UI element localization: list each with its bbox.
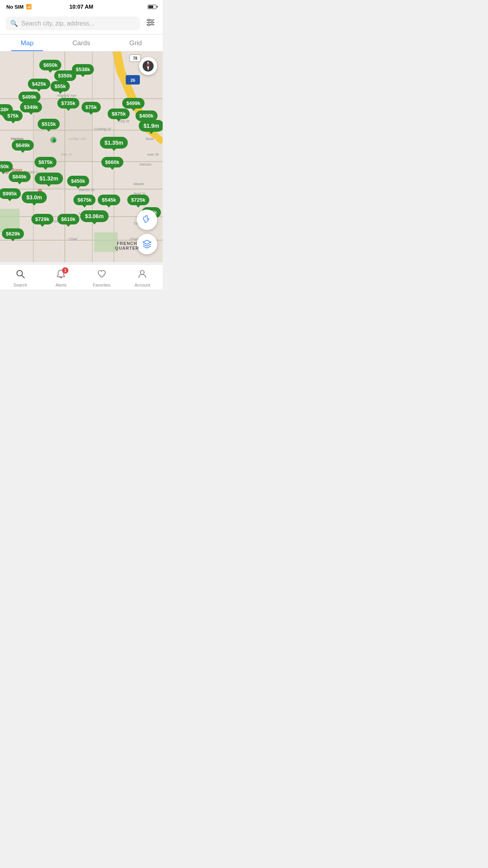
price-bubble-p14[interactable]: $649k xyxy=(12,140,34,151)
alerts-nav-label: Alerts xyxy=(55,283,66,287)
tab-grid[interactable]: Grid xyxy=(108,35,163,51)
battery-fill xyxy=(149,6,153,8)
layers-button[interactable] xyxy=(137,234,157,254)
price-bubble-p18[interactable]: $1.32m xyxy=(35,173,62,184)
battery-icon xyxy=(148,5,156,9)
price-bubble-p30[interactable]: $75k xyxy=(4,110,23,121)
price-bubble-p16[interactable]: $660k xyxy=(101,157,123,167)
price-bubble-p22[interactable]: $675k xyxy=(73,195,95,205)
price-bubble-p5[interactable]: $499k xyxy=(18,92,40,102)
price-bubble-p10[interactable]: $875k xyxy=(108,108,130,119)
price-bubble-p3[interactable]: $350k xyxy=(54,70,76,81)
nav-alerts[interactable]: 1 Alerts xyxy=(41,267,82,287)
alerts-nav-icon: 1 xyxy=(56,269,66,281)
price-bubble-p28[interactable]: $629k xyxy=(2,228,24,239)
account-nav-label: Account xyxy=(134,283,150,287)
alerts-badge: 1 xyxy=(62,267,68,274)
carrier-text: No SIM xyxy=(6,4,24,10)
favorites-nav-label: Favorites xyxy=(93,283,110,287)
price-bubble-p1[interactable]: $650k xyxy=(39,60,61,70)
search-bar: 🔍 Search city, zip, address... xyxy=(0,13,163,35)
search-nav-label: Search xyxy=(13,283,27,287)
tab-map[interactable]: Map xyxy=(0,35,54,51)
svg-text:N: N xyxy=(147,61,149,64)
price-bubble-p17[interactable]: $849k xyxy=(9,171,31,182)
status-bar: No SIM 📶 10:07 AM xyxy=(0,0,163,13)
price-bubble-p21[interactable]: $3.0m xyxy=(22,191,47,203)
svg-text:Warren St: Warren St xyxy=(79,188,95,192)
touch-mode-button[interactable] xyxy=(137,210,157,230)
nav-account[interactable]: Account xyxy=(122,267,163,287)
price-bubble-p13[interactable]: $1.35m xyxy=(100,137,128,149)
view-tabs: Map Cards Grid xyxy=(0,35,163,51)
district-label: FRENCHQUARTER xyxy=(115,241,139,250)
price-bubble-p4[interactable]: $425k xyxy=(28,79,50,89)
bottom-navigation: Search 1 Alerts Favorites Account xyxy=(0,264,163,289)
nav-search[interactable]: Search xyxy=(0,267,41,287)
search-input-container[interactable]: 🔍 Search city, zip, address... xyxy=(6,17,140,30)
search-placeholder: Search city, zip, address... xyxy=(21,20,94,27)
tab-cards[interactable]: Cards xyxy=(54,35,108,51)
price-bubble-p32[interactable]: $55k xyxy=(51,81,70,92)
svg-rect-42 xyxy=(94,232,118,252)
wifi-icon: 📶 xyxy=(26,4,32,9)
svg-text:Stuar: Stuar xyxy=(145,137,154,141)
nav-favorites[interactable]: Favorites xyxy=(81,267,122,287)
price-bubble-p33[interactable]: $50k xyxy=(0,161,13,172)
svg-text:Meetin: Meetin xyxy=(134,182,144,186)
status-left: No SIM 📶 xyxy=(6,4,32,10)
svg-point-62 xyxy=(140,270,144,274)
price-bubble-p9[interactable]: $499k xyxy=(122,98,144,108)
svg-text:78: 78 xyxy=(133,56,138,61)
price-bubble-p19[interactable]: $450k xyxy=(67,176,89,186)
svg-text:over St: over St xyxy=(147,153,159,156)
svg-point-5 xyxy=(148,24,150,26)
svg-text:Hagood Ave: Hagood Ave xyxy=(57,94,76,97)
price-bubble-p6[interactable]: $349k xyxy=(20,102,42,112)
search-icon: 🔍 xyxy=(10,20,18,27)
price-bubble-p27[interactable]: $3.06m xyxy=(80,210,108,222)
svg-point-3 xyxy=(148,19,150,21)
svg-line-61 xyxy=(22,276,24,278)
price-bubble-p24[interactable]: $725k xyxy=(127,195,149,205)
svg-rect-39 xyxy=(65,131,92,161)
map-action-buttons xyxy=(137,210,157,254)
price-bubble-p7[interactable]: $735k xyxy=(57,98,79,108)
price-bubble-p8[interactable]: $515k xyxy=(38,119,60,129)
price-bubble-p31[interactable]: $75k xyxy=(81,102,101,112)
status-time: 10:07 AM xyxy=(70,4,94,10)
price-bubble-p12[interactable]: $1.9m xyxy=(139,120,163,132)
search-nav-icon xyxy=(15,269,26,281)
filter-icon[interactable] xyxy=(144,16,157,31)
compass-button[interactable]: N xyxy=(139,57,157,75)
status-right xyxy=(148,5,156,9)
favorites-nav-icon xyxy=(97,269,107,281)
price-bubble-p20[interactable]: $995k xyxy=(0,188,21,199)
price-bubble-p15[interactable]: $875k xyxy=(35,157,57,167)
svg-text:Charl: Charl xyxy=(69,237,78,241)
svg-text:Coming St: Coming St xyxy=(94,127,111,131)
account-nav-icon xyxy=(137,269,147,281)
price-bubble-p26[interactable]: $610k xyxy=(57,214,79,224)
map-view[interactable]: 26 78 Hagood Ave Ashley Ave Coming St Ki… xyxy=(0,51,163,262)
svg-text:🌲: 🌲 xyxy=(52,138,57,143)
price-bubble-p25[interactable]: $729k xyxy=(31,214,53,224)
svg-text:Nassau: Nassau xyxy=(139,162,152,166)
svg-text:26: 26 xyxy=(130,78,135,83)
price-bubble-p23[interactable]: $545k xyxy=(98,195,120,205)
svg-point-4 xyxy=(151,22,153,24)
